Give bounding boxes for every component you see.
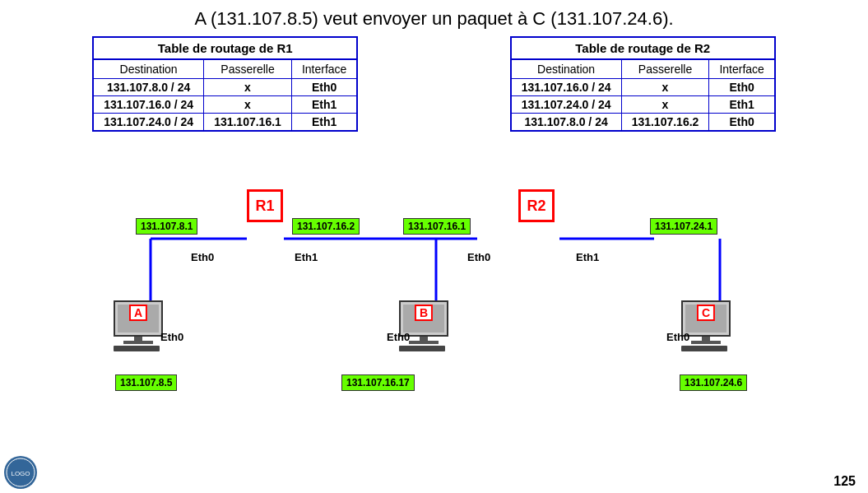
network-diagram: R1 R2 131.107.8.1 131.107.16.2 131.107.1… [0, 140, 868, 412]
b-ip-label: 131.107.16.17 [341, 374, 415, 391]
table-row: 131.107.16.0 / 24 x Eth1 [93, 96, 357, 114]
page-number: 125 [833, 474, 856, 489]
r1-row2-iface: Eth1 [291, 96, 357, 114]
r1-eth1-ip-label: 131.107.16.2 [292, 218, 360, 235]
a-ip-label: 131.107.8.5 [115, 374, 177, 391]
r2-row1-iface: Eth0 [709, 79, 775, 96]
r1-row2-pass: x [204, 96, 292, 114]
r2-row2-dest: 131.107.24.0 / 24 [511, 96, 622, 114]
r2-col-interface: Interface [709, 59, 775, 79]
table-row: 131.107.24.0 / 24 x Eth1 [511, 96, 775, 114]
computer-c-label: C [697, 305, 715, 321]
r1-row1-dest: 131.107.8.0 / 24 [93, 79, 204, 96]
r1-eth0-ip-label: 131.107.8.1 [136, 218, 197, 235]
r1-row3-dest: 131.107.24.0 / 24 [93, 114, 204, 132]
r2-eth1-label: Eth1 [576, 251, 599, 263]
r1-table-title: Table de routage de R1 [92, 36, 358, 58]
page-title: A (131.107.8.5) veut envoyer un paquet à… [0, 0, 868, 36]
r2-col-passerelle: Passerelle [621, 59, 709, 79]
r1-eth0-label: Eth0 [191, 251, 214, 263]
r2-table-wrapper: Table de routage de R2 Destination Passe… [510, 36, 776, 132]
r1-col-passerelle: Passerelle [204, 59, 292, 79]
computer-a: A [114, 300, 163, 351]
computer-c: C [681, 300, 731, 351]
network-lines [0, 140, 868, 412]
r1-col-destination: Destination [93, 59, 204, 79]
r2-row3-pass: 131.107.16.2 [621, 114, 709, 132]
c-ip-label: 131.107.24.6 [680, 374, 747, 391]
r2-eth1-ip-label: 131.107.24.1 [650, 218, 717, 235]
r1-row3-pass: 131.107.16.1 [204, 114, 292, 132]
svg-text:LOGO: LOGO [11, 470, 30, 477]
r2-row3-dest: 131.107.8.0 / 24 [511, 114, 622, 132]
r1-row3-iface: Eth1 [291, 114, 357, 132]
r2-row1-dest: 131.107.16.0 / 24 [511, 79, 622, 96]
r2-row1-pass: x [621, 79, 709, 96]
r2-table-title: Table de routage de R2 [510, 36, 776, 58]
r2-routing-table: Destination Passerelle Interface 131.107… [510, 58, 776, 132]
r1-eth1-label: Eth1 [295, 251, 318, 263]
r1-routing-table: Destination Passerelle Interface 131.107… [92, 58, 358, 132]
table-row: 131.107.16.0 / 24 x Eth0 [511, 79, 775, 96]
b-eth0-label: Eth0 [387, 331, 410, 343]
r2-row3-iface: Eth0 [709, 114, 775, 132]
r2-row2-pass: x [621, 96, 709, 114]
table-row: 131.107.24.0 / 24 131.107.16.1 Eth1 [93, 114, 357, 132]
computer-b-label: B [415, 305, 433, 321]
r1-row1-iface: Eth0 [291, 79, 357, 96]
r1-table-wrapper: Table de routage de R1 Destination Passe… [92, 36, 358, 132]
table-row: 131.107.8.0 / 24 x Eth0 [93, 79, 357, 96]
r1-col-interface: Interface [291, 59, 357, 79]
router-r1: R1 [247, 189, 283, 222]
table-row: 131.107.8.0 / 24 131.107.16.2 Eth0 [511, 114, 775, 132]
router-r2: R2 [518, 189, 555, 222]
r2-eth0-ip-label: 131.107.16.1 [403, 218, 471, 235]
r2-col-destination: Destination [511, 59, 622, 79]
logo-icon: LOGO [4, 456, 37, 489]
r1-row1-pass: x [204, 79, 292, 96]
r2-row2-iface: Eth1 [709, 96, 775, 114]
r2-eth0-label: Eth0 [467, 251, 490, 263]
tables-section: Table de routage de R1 Destination Passe… [0, 36, 868, 132]
r1-row2-dest: 131.107.16.0 / 24 [93, 96, 204, 114]
computer-b: B [399, 300, 448, 351]
c-eth0-label: Eth0 [666, 331, 689, 343]
a-eth0-label: Eth0 [160, 331, 183, 343]
computer-a-label: A [129, 305, 147, 321]
